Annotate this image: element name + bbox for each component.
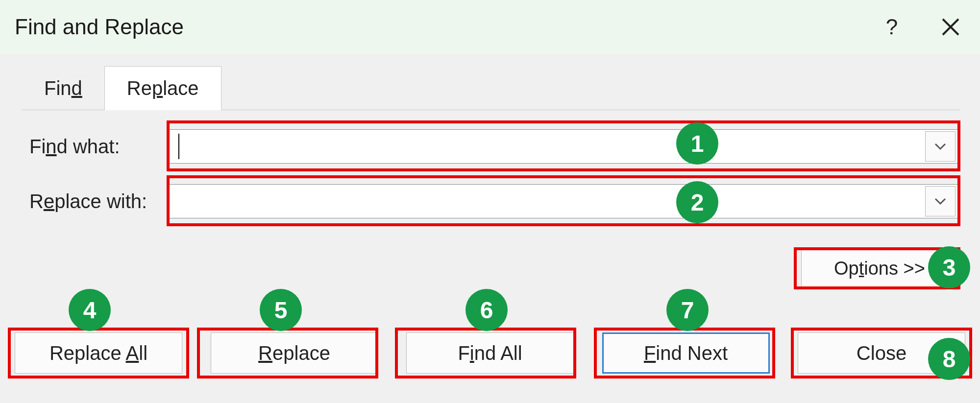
- tab-find[interactable]: Find: [22, 66, 104, 110]
- window-close-button[interactable]: [921, 0, 980, 54]
- annotation-badge-7: 7: [666, 289, 709, 331]
- find-what-row: Find what:: [29, 127, 958, 166]
- find-what-combobox[interactable]: [169, 129, 958, 164]
- find-next-button[interactable]: Find Next: [602, 332, 770, 374]
- text-caret: [178, 134, 179, 159]
- dialog-button-row: Replace All Replace Find All Find Next C…: [15, 332, 965, 374]
- replace-with-label: Replace with:: [29, 190, 169, 213]
- replace-all-button[interactable]: Replace All: [15, 332, 182, 374]
- replace-with-dropdown-button[interactable]: [925, 186, 956, 216]
- help-button[interactable]: ?: [862, 0, 921, 54]
- dialog-body: Find Replace Find what:: [0, 54, 980, 403]
- options-button[interactable]: Options >>: [801, 250, 958, 287]
- chevron-down-icon: [934, 142, 946, 150]
- replace-button[interactable]: Replace: [211, 332, 378, 374]
- replace-with-row: Replace with:: [29, 182, 958, 220]
- tab-strip: Find Replace: [22, 66, 221, 110]
- replace-with-input[interactable]: [170, 185, 925, 218]
- close-icon: [941, 17, 960, 37]
- find-what-dropdown-button[interactable]: [925, 131, 956, 162]
- close-button[interactable]: Close: [798, 332, 965, 374]
- tab-replace[interactable]: Replace: [104, 66, 221, 110]
- annotation-badge-6: 6: [466, 289, 508, 331]
- chevron-down-icon: [934, 197, 946, 205]
- find-what-label: Find what:: [29, 136, 169, 158]
- titlebar: Find and Replace ?: [0, 0, 980, 54]
- dialog-title: Find and Replace: [15, 15, 862, 39]
- annotation-badge-4: 4: [69, 289, 111, 331]
- find-replace-dialog: Find and Replace ? Find Replace Find wha…: [0, 0, 980, 403]
- replace-with-combobox[interactable]: [169, 184, 958, 218]
- find-what-input[interactable]: [170, 130, 925, 163]
- annotation-badge-5: 5: [260, 289, 302, 331]
- find-all-button[interactable]: Find All: [406, 332, 574, 374]
